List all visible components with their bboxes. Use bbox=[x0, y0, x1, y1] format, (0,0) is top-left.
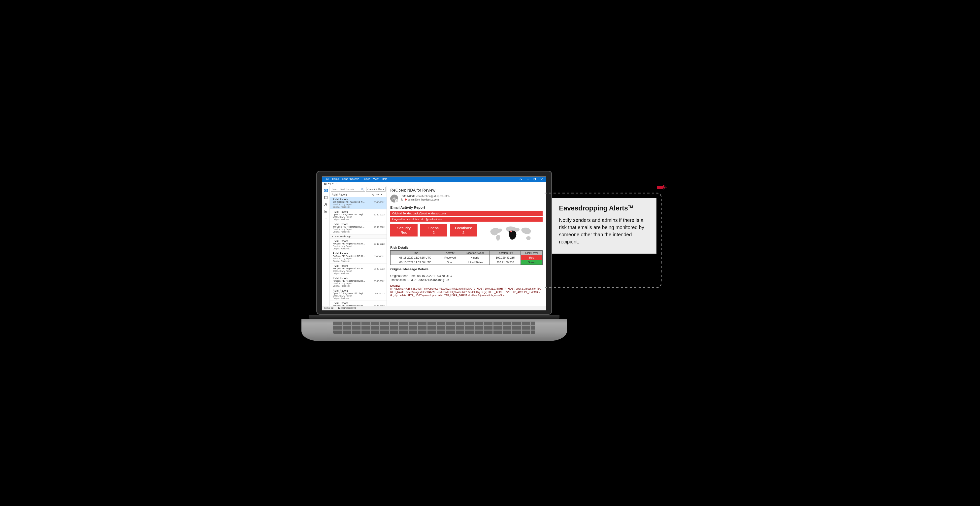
stat-locations: Locations: 2 bbox=[450, 224, 477, 237]
table-header: Activity bbox=[440, 250, 460, 255]
list-item-date: 08-10-2022 bbox=[374, 201, 385, 204]
risk-level-cell: Red bbox=[521, 255, 542, 260]
list-item-line4: Original Recipient: bbox=[333, 285, 385, 287]
list-item[interactable]: RMail ReportsReOpen: RE: Registered: RE:… bbox=[330, 264, 387, 276]
arrow-icon bbox=[657, 185, 667, 191]
list-item-line4: Original Recipient: bbox=[333, 260, 385, 262]
from-address: <notification@s1.rpost.info> bbox=[416, 194, 450, 197]
list-item-date: 08-10-2022 bbox=[374, 255, 385, 258]
search-scope-dropdown[interactable]: Current Folder ▼ bbox=[366, 187, 385, 192]
search-placeholder: Search RMail Reports bbox=[332, 188, 354, 191]
svg-rect-3 bbox=[325, 196, 327, 199]
menu-view[interactable]: View bbox=[373, 178, 379, 180]
list-item-line4: Original Recipient: bbox=[333, 297, 385, 299]
details-label: Details: bbox=[390, 284, 542, 287]
table-header: Time bbox=[390, 250, 440, 255]
list-item-preview: Int'l ReOpen: RE: Registered: R… bbox=[333, 201, 370, 203]
qat-send-receive-icon[interactable] bbox=[324, 182, 326, 185]
nav-rail: ··· bbox=[322, 186, 330, 306]
maximize-button[interactable] bbox=[531, 177, 538, 181]
svg-rect-6 bbox=[325, 210, 327, 213]
details-body: [IP Address: 47.153.25.249] [Time Opened… bbox=[390, 287, 542, 297]
qat-undo-icon[interactable] bbox=[328, 182, 331, 185]
list-item-line3: Email Activity Report bbox=[333, 228, 385, 231]
list-item-line3: Email Activity Report bbox=[333, 294, 385, 297]
transaction-id: Transaction ID: 33212954x21454664adg125 bbox=[390, 278, 542, 282]
svg-point-5 bbox=[326, 204, 327, 205]
original-send-time: Original Send Time: 08-15-2022 11:03:58 … bbox=[390, 274, 542, 278]
table-header: Risk Level bbox=[521, 250, 542, 255]
rail-tasks-icon[interactable] bbox=[324, 210, 328, 213]
world-map bbox=[480, 224, 542, 242]
to-address: admin@northendassoc.com bbox=[408, 198, 439, 201]
list-item-preview: ReOpen: RE: Registered: RE: R… bbox=[333, 304, 370, 306]
svg-point-7 bbox=[362, 188, 363, 190]
list-item[interactable]: RMail ReportsOpen: RE: Registered: RE: R… bbox=[330, 288, 387, 301]
list-item-title: RMail Reports bbox=[333, 277, 385, 280]
sort-arrow-icon[interactable]: ↓ bbox=[383, 193, 385, 196]
list-item-title: RMail Reports bbox=[333, 264, 385, 267]
risk-table: TimeActivityLocation (Geo)Location (IP)R… bbox=[390, 250, 542, 265]
rail-calendar-icon[interactable] bbox=[324, 196, 328, 199]
menu-home[interactable]: Home bbox=[332, 178, 339, 180]
rail-people-icon[interactable] bbox=[324, 202, 328, 207]
menu-send-receive[interactable]: Send / Receive bbox=[342, 178, 359, 180]
avatar: AN bbox=[390, 194, 398, 202]
sort-by[interactable]: By Date bbox=[372, 193, 380, 196]
search-input[interactable]: Search RMail Reports bbox=[331, 187, 365, 192]
original-recipient-bar: Original Recipient: tmendez@outlook.com bbox=[390, 216, 542, 221]
presence-icon bbox=[405, 199, 407, 200]
list-item-line4: Original Recipient: bbox=[333, 206, 385, 208]
list-item-title: RMail Reports bbox=[333, 198, 385, 201]
list-item[interactable]: RMail ReportsInt'l Open: RE: Registered:… bbox=[330, 222, 387, 234]
list-item-title: RMail Reports bbox=[333, 210, 385, 213]
svg-rect-2 bbox=[324, 189, 328, 192]
list-item[interactable]: RMail ReportsReOpen: RE: Registered: RE:… bbox=[330, 251, 387, 264]
list-item-title: RMail Reports bbox=[333, 240, 385, 242]
sort-direction-icon[interactable]: ▼ bbox=[380, 194, 383, 196]
list-item-title: RMail Reports bbox=[333, 302, 385, 304]
message-subject: ReOpen: NDA for Review bbox=[390, 188, 542, 193]
list-item-preview: ReOpen: RE: Registered: RE: R… bbox=[333, 280, 370, 282]
risk-level-cell: Green bbox=[521, 260, 542, 264]
menu-help[interactable]: Help bbox=[382, 178, 387, 180]
outlook-window: File Home Send / Receive Folder View Hel… bbox=[322, 177, 546, 310]
list-item-line3: Email Activity Report bbox=[333, 203, 385, 206]
list-item-preview: Int'l Open: RE: Registered: RE: … bbox=[333, 226, 370, 228]
to-label: To bbox=[401, 198, 403, 201]
list-divider[interactable]: Three Weeks Ago bbox=[330, 234, 387, 239]
list-item[interactable]: RMail ReportsOpen: RE: Registered: RE: R… bbox=[330, 210, 387, 222]
svg-rect-0 bbox=[534, 178, 536, 180]
list-item[interactable]: RMail ReportsReOpen: RE: Registered: RE:… bbox=[330, 276, 387, 288]
rail-more-icon[interactable]: ··· bbox=[324, 216, 328, 220]
list-item-line3: Email Activity Report bbox=[333, 216, 385, 218]
laptop-mockup: File Home Send / Receive Folder View Hel… bbox=[316, 171, 552, 341]
table-header: Location (Geo) bbox=[460, 250, 490, 255]
list-item-date: 10-10-2022 bbox=[374, 213, 385, 216]
list-item-line3: Email Activity Report bbox=[333, 245, 385, 247]
close-button[interactable] bbox=[538, 177, 545, 181]
bell-icon bbox=[338, 307, 340, 309]
original-sender-bar: Original Sender: david@northendassoc.com bbox=[390, 211, 542, 216]
table-row: 08-15-2022 11:03:58 UTCOpenUnited States… bbox=[390, 260, 542, 264]
list-item-date: 08-10-2022 bbox=[374, 305, 385, 306]
menu-folder[interactable]: Folder bbox=[363, 178, 370, 180]
list-item-line4: Original Recipient: bbox=[333, 272, 385, 275]
list-item[interactable]: RMail ReportsReOpen: RE: Registered: RE:… bbox=[330, 301, 387, 306]
menu-file[interactable]: File bbox=[325, 178, 329, 180]
list-item-preview: ReOpen: RE: Registered: RE: R… bbox=[333, 267, 370, 270]
callout-panel: Eavesdropping AlertsTM Notify senders an… bbox=[544, 188, 664, 292]
list-item[interactable]: RMail ReportsInt'l ReOpen: RE: Registere… bbox=[330, 197, 387, 210]
rail-mail-icon[interactable] bbox=[324, 189, 328, 193]
list-item-line4: Original Recipient: bbox=[333, 218, 385, 221]
original-message-title: Original Message Details bbox=[390, 267, 542, 271]
stat-opens: Opens: 2 bbox=[420, 224, 447, 237]
svg-point-9 bbox=[511, 231, 512, 232]
quick-access-toolbar: ▾ = bbox=[322, 181, 546, 186]
message-list-pane: Search RMail Reports Current Folder ▼ RM… bbox=[330, 186, 387, 306]
ribbon-collapse-icon[interactable] bbox=[517, 177, 524, 181]
minimize-button[interactable] bbox=[524, 177, 531, 181]
list-item-title: RMail Reports bbox=[333, 290, 385, 292]
table-row: 08-15-2022 11:04:15 UTCReceivedNigeria10… bbox=[390, 255, 542, 260]
list-item[interactable]: RMail ReportsReOpen: RE: Registered: RE:… bbox=[330, 239, 387, 251]
